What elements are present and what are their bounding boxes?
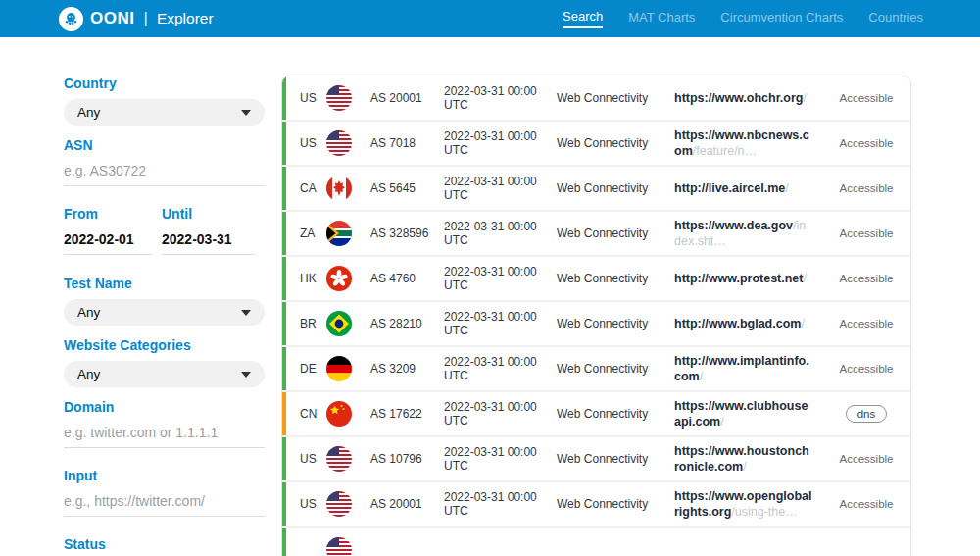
- measurement-row[interactable]: US AS 20001 2022-03-31 00:00 UTC Web Con…: [282, 482, 910, 528]
- status-indicator-strip: [282, 482, 286, 526]
- test-name: Web Connectivity: [557, 136, 674, 150]
- measurement-row[interactable]: HK AS 4760 2022-03-31 00:00 UTC Web Conn…: [282, 257, 910, 302]
- status-indicator-strip: [282, 347, 286, 390]
- status-cell: Accessible: [822, 182, 910, 194]
- asn-value: AS 17622: [370, 407, 444, 421]
- test-name: Web Connectivity: [557, 362, 674, 376]
- brand-name: OONI: [90, 9, 134, 28]
- status-cell: Accessible: [822, 92, 910, 104]
- measurement-row[interactable]: ZA AS 328596 2022-03-31 00:00 UTC Web Co…: [282, 212, 910, 257]
- asn-value: AS 3209: [370, 362, 444, 376]
- measurement-row[interactable]: US AS 20001 2022-03-31 00:00 UTC Web Con…: [282, 76, 910, 122]
- country-code: US: [300, 497, 326, 511]
- measured-url: http://live.aircel.me/: [674, 180, 822, 196]
- status-label: Accessible: [840, 227, 894, 239]
- measurement-row[interactable]: CN AS 17622 2022-03-31 00:00 UTC Web Con…: [282, 392, 910, 437]
- test-name: Web Connectivity: [557, 497, 674, 511]
- status-label: Accessible: [840, 92, 894, 104]
- status-label: Accessible: [840, 498, 894, 510]
- asn-value: AS 20001: [370, 91, 444, 105]
- asn-input[interactable]: [64, 161, 265, 186]
- until-label: Until: [162, 206, 265, 222]
- input-filter-group: Input: [64, 468, 265, 517]
- measurement-row[interactable]: [282, 528, 910, 556]
- country-flag-icon: [326, 401, 352, 427]
- input-input[interactable]: [64, 491, 265, 517]
- measured-url: https://www.ohchr.org/: [674, 90, 822, 106]
- status-indicator-strip: [282, 302, 286, 345]
- country-code: CA: [300, 181, 326, 195]
- status-cell: Accessible: [822, 273, 910, 284]
- measured-url: https://www.openglobalrights.org/using-t…: [674, 488, 822, 521]
- status-indicator-strip: [282, 528, 286, 556]
- country-flag-icon: [326, 537, 352, 556]
- measurement-row[interactable]: CA AS 5645 2022-03-31 00:00 UTC Web Conn…: [282, 167, 910, 212]
- top-header: OONI | Explorer SearchMAT ChartsCircumve…: [0, 0, 980, 37]
- measurement-row[interactable]: BR AS 28210 2022-03-31 00:00 UTC Web Con…: [282, 302, 910, 347]
- website-categories-filter-group: Website Categories Any: [64, 337, 265, 387]
- country-flag-icon: [326, 491, 352, 517]
- country-code: US: [300, 136, 326, 150]
- asn-filter-group: ASN: [64, 137, 265, 186]
- from-date-input[interactable]: [64, 229, 152, 255]
- measured-url: https://www.houstonchronicle.com/: [674, 443, 822, 476]
- asn-value: AS 20001: [370, 497, 444, 511]
- country-filter-group: Country Any: [64, 76, 265, 126]
- country-label: Country: [64, 76, 265, 91]
- test-name: Web Connectivity: [557, 272, 674, 285]
- country-flag-icon: [326, 311, 352, 336]
- asn-label: ASN: [64, 137, 265, 153]
- country-select[interactable]: Any: [64, 99, 265, 126]
- measurement-date: 2022-03-31 00:00 UTC: [444, 220, 557, 247]
- ooni-logo[interactable]: OONI | Explorer: [59, 7, 214, 31]
- test-name-filter-group: Test Name Any: [64, 276, 265, 326]
- asn-value: AS 10796: [370, 452, 444, 466]
- octopus-icon: [59, 7, 83, 31]
- country-flag-icon: [326, 176, 352, 201]
- measurement-date: 2022-03-31 00:00 UTC: [444, 400, 557, 428]
- measurement-date: 2022-03-31 00:00 UTC: [444, 355, 557, 382]
- nav-circumvention-charts[interactable]: Circumvention Charts: [720, 10, 843, 27]
- measurement-row[interactable]: US AS 7018 2022-03-31 00:00 UTC Web Conn…: [282, 122, 910, 167]
- test-name-select-value: Any: [77, 305, 100, 320]
- country-flag-icon: [326, 221, 352, 246]
- country-code: DE: [300, 362, 326, 376]
- measurement-date: 2022-03-31 00:00 UTC: [444, 310, 557, 337]
- brand-product: Explorer: [157, 10, 214, 27]
- status-indicator-strip: [282, 167, 286, 210]
- country-code: BR: [300, 317, 326, 330]
- status-indicator-strip: [282, 122, 286, 165]
- status-label: Accessible: [840, 182, 894, 194]
- country-code: US: [300, 91, 326, 105]
- results-panel: US AS 20001 2022-03-31 00:00 UTC Web Con…: [281, 76, 911, 556]
- measurement-row[interactable]: DE AS 3209 2022-03-31 00:00 UTC Web Conn…: [282, 347, 910, 392]
- status-cell: Accessible: [822, 498, 910, 510]
- test-name-select[interactable]: Any: [64, 299, 265, 326]
- domain-label: Domain: [64, 399, 265, 415]
- until-date-input[interactable]: [162, 229, 255, 255]
- domain-input[interactable]: [64, 423, 265, 448]
- test-name-label: Test Name: [64, 276, 265, 291]
- measurement-date: 2022-03-31 00:00 UTC: [444, 129, 557, 157]
- country-flag-icon: [326, 266, 352, 291]
- from-label: From: [64, 206, 162, 222]
- results-list: US AS 20001 2022-03-31 00:00 UTC Web Con…: [281, 76, 911, 556]
- chevron-down-icon: [241, 110, 251, 116]
- test-name: Web Connectivity: [557, 317, 674, 330]
- website-categories-label: Website Categories: [64, 337, 265, 353]
- measured-url: http://www.protest.net/: [674, 271, 822, 286]
- country-code: ZA: [300, 227, 326, 240]
- country-flag-icon: [326, 85, 352, 111]
- measurement-date: 2022-03-31 00:00 UTC: [444, 445, 557, 473]
- nav-search[interactable]: Search: [563, 9, 603, 28]
- measurement-row[interactable]: US AS 10796 2022-03-31 00:00 UTC Web Con…: [282, 437, 910, 482]
- status-label: Accessible: [840, 453, 894, 465]
- status-cell: Accessible: [822, 137, 910, 149]
- status-label: Accessible: [840, 318, 894, 329]
- website-categories-select[interactable]: Any: [64, 361, 265, 387]
- nav-countries[interactable]: Countries: [868, 10, 923, 27]
- country-code: HK: [300, 272, 326, 285]
- nav-mat-charts[interactable]: MAT Charts: [628, 10, 695, 27]
- measured-url: http://www.implantinfo.com/: [674, 353, 822, 385]
- status-indicator-strip: [282, 257, 286, 300]
